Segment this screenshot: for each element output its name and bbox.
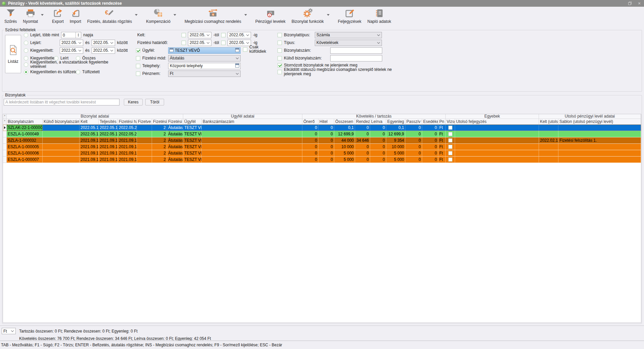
hatarido-from-checkbox[interactable] bbox=[182, 41, 186, 45]
visszatartas-radio[interactable] bbox=[24, 62, 28, 67]
tipus-combo[interactable]: Követelések bbox=[315, 40, 382, 46]
column-header[interactable]: Utolsó feljegyzés bbox=[455, 119, 539, 125]
column-band-header[interactable]: Ügyfél adatai bbox=[183, 114, 302, 119]
column-header[interactable]: Fizetési hat bbox=[118, 119, 137, 125]
column-header[interactable]: Egyenleg bbox=[386, 119, 405, 125]
column-header[interactable]: Esedékes bbox=[422, 119, 438, 125]
kiegyenlitetlen-es-tulfizetett-radio[interactable] bbox=[24, 70, 28, 74]
telephely-checkbox[interactable] bbox=[136, 64, 140, 68]
hatarido-to-checkbox[interactable] bbox=[221, 41, 226, 45]
toolbar-button-kompenzacio[interactable]: Kompenzáció bbox=[143, 7, 174, 24]
column-header[interactable]: Teljesítés bbox=[99, 119, 118, 125]
bizonylattipus-combo[interactable]: Számla bbox=[315, 32, 382, 38]
dropdown-arrow[interactable] bbox=[327, 14, 330, 16]
vizsgalva-checkbox[interactable] bbox=[448, 151, 452, 155]
kelt-to-checkbox[interactable] bbox=[221, 33, 226, 37]
clear-button[interactable]: Töröl bbox=[145, 99, 164, 105]
penznem-checkbox[interactable] bbox=[136, 72, 140, 76]
ugyfel-checkbox[interactable] bbox=[136, 48, 140, 53]
column-header[interactable]: Pn bbox=[438, 119, 446, 125]
column-header[interactable]: Vizsg bbox=[446, 119, 455, 125]
lejart-date1-combo[interactable]: 2022.05.18. bbox=[60, 40, 83, 46]
toolbar-button-feljegyzesek[interactable]: Feljegyzések bbox=[335, 7, 364, 24]
kelt-from-checkbox[interactable] bbox=[182, 33, 186, 37]
lejart-date2-combo[interactable]: 2022.05.18. bbox=[92, 40, 115, 46]
kulso-bizonylatszam-input[interactable] bbox=[330, 55, 382, 61]
toolbar-button-penzugyi-levelek[interactable]: ! Pénzügyi levelek bbox=[252, 7, 289, 24]
documents-grid[interactable]: *Bizonylat adataiÜgyfél adataiKövetelés … bbox=[3, 114, 641, 323]
column-header[interactable]: Sablon (utolsó pénzügyi levél) bbox=[558, 119, 641, 125]
dropdown-arrow[interactable] bbox=[135, 14, 138, 16]
tipus-checkbox[interactable] bbox=[278, 41, 282, 45]
toolbar-button-fizetes[interactable]: € Fizetés, átutalás rögzítés bbox=[84, 7, 135, 24]
column-header[interactable]: Rendezve bbox=[355, 119, 370, 125]
days-spinner[interactable]: 0▲▼ bbox=[61, 32, 81, 38]
telephely-field[interactable]: Központi telephely bbox=[168, 63, 241, 69]
lejart-radio[interactable] bbox=[24, 41, 28, 45]
vizsgalva-checkbox[interactable] bbox=[448, 132, 452, 136]
close-button[interactable]: × bbox=[635, 0, 644, 7]
summary-currency-combo[interactable]: Ft bbox=[2, 328, 16, 334]
toolbar-button-export[interactable]: Export bbox=[49, 7, 67, 24]
column-header[interactable]: Bankszámlaszám bbox=[202, 119, 302, 125]
dropdown-arrow[interactable] bbox=[41, 14, 44, 16]
kulso-bizonylatszam-checkbox[interactable] bbox=[278, 56, 282, 60]
toolbar-button-nyomtat[interactable]: Nyomtat bbox=[20, 7, 41, 24]
column-header[interactable]: Fizetési m bbox=[167, 119, 183, 125]
kelt-to-combo[interactable]: 2022.05.18. bbox=[228, 32, 251, 38]
ugyfel-field[interactable]: TESZT VEVŐ bbox=[168, 47, 241, 54]
toolbar-button-import[interactable]: Import bbox=[67, 7, 84, 24]
kiegyenlitett-date2-combo[interactable]: 2022.05.18. bbox=[92, 47, 115, 54]
csak-kulfoldiek-checkbox[interactable] bbox=[243, 47, 247, 52]
column-band-header[interactable]: Követelés / tartozás bbox=[302, 114, 446, 119]
table-row[interactable]: ESZLA-1-0000052021.09.102021.09.102021.0… bbox=[3, 144, 641, 150]
column-header[interactable]: Kelt bbox=[80, 119, 99, 125]
column-header[interactable]: Leírva bbox=[370, 119, 386, 125]
search-input[interactable] bbox=[4, 99, 119, 105]
table-row[interactable]: SZLA-1-0000322021.09.102021.09.102021.09… bbox=[3, 137, 641, 144]
restore-button[interactable] bbox=[625, 0, 635, 7]
toolbar-button-naplo-adatok[interactable]: Napló adatok bbox=[364, 7, 394, 24]
column-header[interactable]: Fizetési m bbox=[152, 119, 167, 125]
column-band-header[interactable]: Utolsó pénzügyi levél adatai bbox=[539, 114, 641, 119]
fizetesi-mod-checkbox[interactable] bbox=[136, 56, 140, 60]
vizsgalva-checkbox[interactable] bbox=[448, 126, 452, 130]
bizonylatszam-checkbox[interactable] bbox=[278, 48, 282, 53]
lookup-window-icon[interactable] bbox=[235, 48, 239, 53]
vizsgalva-checkbox[interactable] bbox=[448, 145, 452, 149]
toolbar-button-megbizasi[interactable]: $ Megbízási csomaghoz rendelés bbox=[182, 7, 244, 24]
lejart-tobb-mint-radio[interactable] bbox=[24, 33, 28, 37]
dropdown-arrow[interactable] bbox=[174, 14, 176, 16]
column-header[interactable]: Kelt (utolsó bbox=[539, 119, 558, 125]
column-header[interactable]: Külső bizonylatszám bbox=[43, 119, 80, 125]
penznem-combo[interactable]: Ft bbox=[168, 71, 241, 77]
column-header[interactable]: Ügyfél bbox=[183, 119, 202, 125]
kiegyenlitett-radio[interactable] bbox=[24, 48, 28, 53]
search-button[interactable]: Keres bbox=[124, 99, 143, 105]
column-header[interactable]: Fizetve bbox=[137, 119, 152, 125]
table-row[interactable]: SZLAK-22-1-000000312022.05.182022.05.182… bbox=[3, 125, 641, 131]
table-row[interactable]: ESZLA-1-0000072021.09.102021.09.102021.0… bbox=[3, 157, 641, 163]
column-header[interactable]: Összesen bbox=[334, 119, 355, 125]
toolbar-button-bizonylat-funkciok[interactable]: Bizonylat funkciók bbox=[289, 7, 327, 24]
column-header[interactable]: Bizonylatszám bbox=[7, 119, 43, 125]
customize-icon[interactable]: * bbox=[3, 119, 7, 125]
toolbar-button-szures[interactable]: Szűrés bbox=[1, 7, 20, 24]
bizonylatszam-input[interactable] bbox=[330, 47, 382, 54]
storno-checkbox[interactable] bbox=[278, 63, 282, 68]
kiegyenlitett-date1-combo[interactable]: 2022.05.18. bbox=[60, 47, 83, 54]
tulfizetett-radio[interactable] bbox=[76, 70, 80, 74]
elkuldott-checkbox[interactable] bbox=[278, 70, 282, 74]
kelt-from-combo[interactable]: 2022.05.18. bbox=[188, 32, 211, 38]
vizsgalva-checkbox[interactable] bbox=[448, 138, 452, 142]
bizonylattipus-checkbox[interactable] bbox=[278, 33, 282, 37]
column-header[interactable]: Passzív vi bbox=[405, 119, 422, 125]
spinner-arrows-icon[interactable]: ▲▼ bbox=[76, 32, 81, 38]
column-band-header[interactable]: Bizonylat adatai bbox=[7, 114, 183, 119]
dropdown-arrow[interactable] bbox=[244, 14, 247, 16]
lookup-window-icon[interactable] bbox=[235, 63, 239, 69]
customize-icon[interactable]: * bbox=[3, 114, 7, 119]
table-row[interactable]: ESZLA-1-0000492022.05.182022.05.182022.0… bbox=[3, 131, 641, 137]
column-header[interactable]: Önerő bbox=[302, 119, 318, 125]
column-band-header[interactable]: Egyebek bbox=[446, 114, 539, 119]
